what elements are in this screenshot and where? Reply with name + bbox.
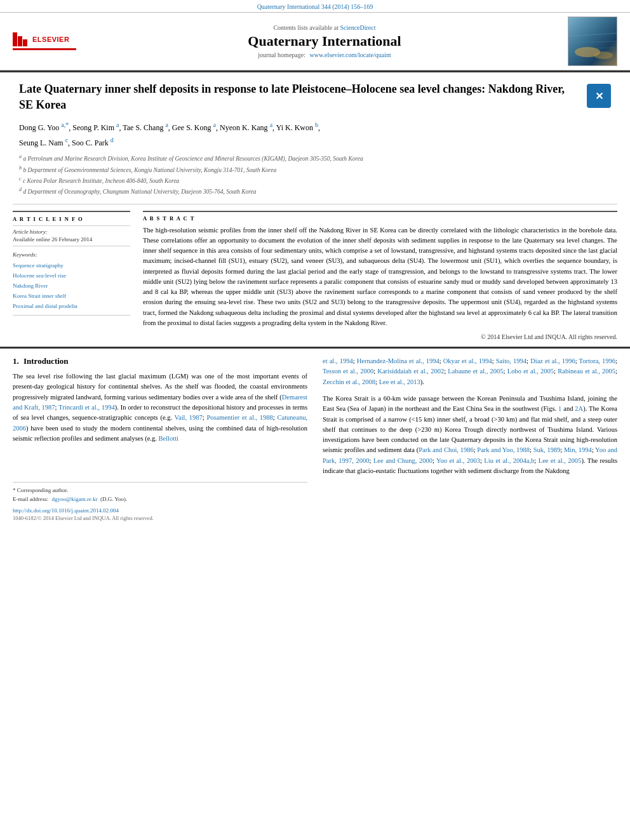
author-sep5: , Yi K. Kwon: [272, 123, 315, 132]
email-value[interactable]: dgyoo@kigam.re.kr: [51, 496, 97, 502]
crossmark-badge[interactable]: ✕: [587, 84, 611, 108]
affiliation-c: c c Korea Polar Research Institute, Inch…: [19, 175, 611, 186]
keywords-section: Keywords: Sequence stratigraphy Holocene…: [13, 251, 130, 316]
left-column: A R T I C L E I N F O Article history: A…: [13, 211, 130, 345]
main-content: A R T I C L E I N F O Article history: A…: [0, 204, 630, 345]
body-right: et al., 1994; Hernandez-Molina et al., 1…: [323, 356, 617, 521]
body-right-para2: The Korea Strait is a 60-km wide passage…: [323, 394, 617, 476]
author-sep2: , Tae S. Chang: [119, 123, 165, 132]
affiliations-section: a a Petroleum and Marine Research Divisi…: [0, 152, 630, 203]
journal-center-info: Contents lists available at ScienceDirec…: [89, 24, 560, 58]
svg-point-5: [594, 51, 613, 59]
ref-diaz[interactable]: Diaz et al., 1996: [530, 357, 575, 364]
ref-lee2005[interactable]: Lee et al., 2005: [539, 457, 582, 464]
article-title: Late Quaternary inner shelf deposits in …: [19, 81, 577, 113]
ref-okyar[interactable]: Okyar et al., 1994: [443, 357, 492, 364]
ref-trincardi[interactable]: Trincardi et al., 1994: [58, 404, 115, 411]
ref-labaune[interactable]: Labaune et al., 2005: [448, 368, 503, 375]
ref-hernandez[interactable]: Hernandez-Molina et al., 1994: [357, 357, 439, 364]
email-suffix: (D.G. Yoo).: [100, 496, 127, 502]
crossmark-icon: ✕: [587, 84, 611, 108]
affiliation-b: b b Department of Geoenvironmental Scien…: [19, 164, 611, 175]
ref-zecchin[interactable]: Zecchin et al., 2008: [323, 378, 375, 385]
right-column: A B S T R A C T The high-resolution seis…: [143, 211, 617, 345]
ref-park-yoo[interactable]: Park and Yoo, 1988: [477, 446, 530, 453]
author-sep4: , Nyeon K. Kang: [216, 123, 270, 132]
affiliation-d: d d Department of Oceanography, Chungnam…: [19, 186, 611, 197]
journal-cover-image: [560, 17, 617, 66]
article-info-title: A R T I C L E I N F O: [13, 216, 130, 222]
body-right-para1: et al., 1994; Hernandez-Molina et al., 1…: [323, 356, 617, 387]
journal-header: ELSEVIER Contents lists available at Sci…: [0, 12, 630, 70]
author-sep7: , Soo C. Park: [68, 138, 111, 147]
ref-liu[interactable]: Liu et al., 2004a,b: [484, 457, 534, 464]
footnote-email: E-mail address: dgyoo@kigam.re.kr (D.G. …: [13, 495, 307, 503]
ref-posamentier[interactable]: Posamentier et al., 1988: [206, 414, 272, 421]
journal-homepage: journal homepage: www.elsevier.com/locat…: [89, 51, 560, 58]
ref-lobo[interactable]: Lobo et al., 2005: [507, 368, 554, 375]
ref-yoo2003[interactable]: Yoo et al., 2003: [436, 457, 480, 464]
intro-number: 1.: [13, 356, 19, 366]
ref-saito[interactable]: Saito, 1994: [496, 357, 526, 364]
ref-tortora[interactable]: Tortora, 1996: [579, 357, 616, 364]
author-sep6: ,: [318, 123, 320, 132]
ref-suk[interactable]: Suk, 1989: [533, 446, 561, 453]
ref-vail[interactable]: Vail, 1987: [175, 414, 203, 421]
cover-svg: [568, 17, 617, 66]
article-info-divider-2: [13, 246, 130, 246]
ref-bellotti-cont[interactable]: et al., 1994: [323, 357, 353, 364]
corresponding-label: * Corresponding author.: [13, 487, 68, 493]
body-content: 1. Introduction The sea level rise follo…: [0, 349, 630, 521]
ref-rabineau[interactable]: Rabineau et al., 2005: [558, 368, 615, 375]
abstract-text: The high-resolution seismic profiles fro…: [143, 225, 617, 329]
ref-min[interactable]: Min, 1994: [564, 446, 592, 453]
authors-section: Dong G. Yoo a,*, Seong P. Kim a, Tae S. …: [0, 118, 630, 152]
homepage-url[interactable]: www.elsevier.com/locate/quaint: [310, 51, 391, 58]
article-title-wrapper: Late Quaternary inner shelf deposits in …: [19, 81, 587, 113]
article-title-section: Late Quaternary inner shelf deposits in …: [0, 72, 630, 118]
affiliation-a: a a Petroleum and Marine Research Divisi…: [19, 153, 611, 164]
author-sep1: , Seong P. Kim: [69, 123, 116, 132]
elsevier-text: ELSEVIER: [32, 36, 69, 43]
footnote-section: * Corresponding author. E-mail address: …: [13, 482, 307, 504]
ref-demarest[interactable]: Demarest and Kraft, 1987: [13, 394, 307, 411]
sciencedirect-link[interactable]: ScienceDirect: [340, 24, 375, 31]
ref-fig2a[interactable]: 2A: [575, 405, 583, 412]
ref-lee-chung[interactable]: Lee and Chung, 2000: [373, 457, 432, 464]
logo-bar-3: [23, 39, 27, 46]
ref-karisiddaiah[interactable]: Karisiddaiah et al., 2002: [377, 368, 444, 375]
top-bar: Quaternary International 344 (2014) 156–…: [0, 0, 630, 12]
article-info-divider-1: [13, 225, 130, 226]
author-nam: Seung L. Nam: [19, 138, 65, 147]
cover-placeholder: [568, 17, 617, 66]
keyword-2: Holocene sea-level rise: [13, 270, 130, 281]
elsevier-red-bar: [13, 48, 76, 50]
ref-lee2013[interactable]: Lee et al., 2013: [379, 378, 420, 385]
elsevier-logo-section: ELSEVIER: [13, 32, 89, 50]
author-sup-a1: a,*: [61, 121, 69, 128]
ref-tesson[interactable]: Tesson et al., 2000: [323, 368, 373, 375]
article-info-box: A R T I C L E I N F O Article history: A…: [13, 211, 130, 246]
ref-bellotti[interactable]: Bellotti: [158, 435, 178, 442]
contents-line: Contents lists available at ScienceDirec…: [89, 24, 560, 31]
author-sup-d: d: [111, 137, 114, 143]
volume-info: Quaternary International 344 (2014) 156–…: [0, 0, 630, 12]
available-value: Available online 26 February 2014: [13, 236, 130, 243]
abstract-section: A B S T R A C T The high-resolution seis…: [143, 211, 617, 345]
intro-title-text: Introduction: [23, 356, 69, 366]
copyright-line: © 2014 Elsevier Ltd and INQUA. All right…: [143, 333, 617, 344]
body-left: 1. Introduction The sea level rise follo…: [13, 356, 307, 521]
issn-text: 1040-6182/© 2014 Elsevier Ltd and INQUA.…: [13, 515, 307, 521]
doi-section: http://dx.doi.org/10.1016/j.quaint.2014.…: [13, 504, 307, 521]
abstract-title: A B S T R A C T: [143, 211, 617, 222]
doi-url[interactable]: http://dx.doi.org/10.1016/j.quaint.2014.…: [13, 507, 307, 514]
keyword-4: Korea Strait inner shelf: [13, 291, 130, 301]
logo-bar-1: [13, 32, 17, 46]
email-label: E-mail address:: [13, 496, 48, 502]
ref-park-choi[interactable]: Park and Choi, 1986: [419, 446, 474, 453]
elsevier-logo-graphic: [13, 32, 27, 46]
journal-main-title: Quaternary International: [89, 33, 560, 50]
ref-fig1[interactable]: 1: [558, 405, 561, 412]
author-sep3: , Gee S. Kong: [168, 123, 213, 132]
intro-para1: The sea level rise following the last gl…: [13, 371, 307, 444]
